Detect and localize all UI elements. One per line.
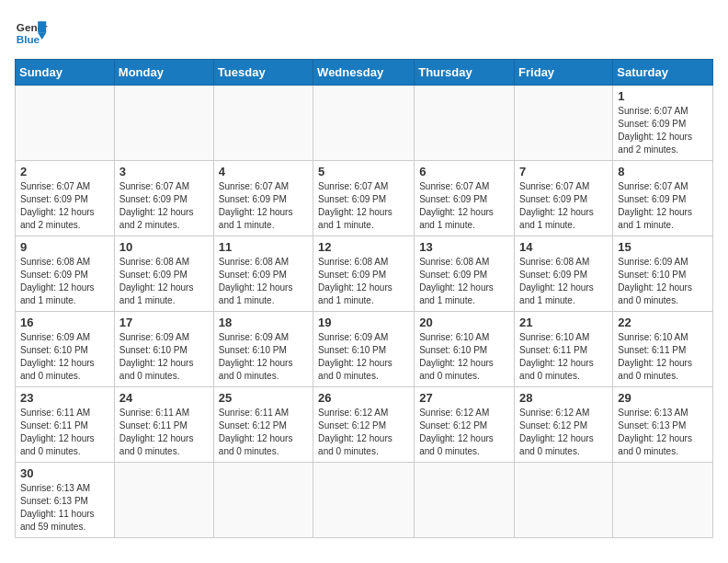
day-number: 19 (318, 316, 409, 329)
calendar-day-cell (515, 86, 613, 161)
day-number: 1 (618, 89, 708, 103)
day-number: 15 (618, 240, 708, 254)
calendar-day-cell: 1Sunrise: 6:07 AM Sunset: 6:09 PM Daylig… (613, 86, 713, 161)
day-info: Sunrise: 6:13 AM Sunset: 6:13 PM Dayligh… (20, 482, 109, 534)
day-info: Sunrise: 6:08 AM Sunset: 6:09 PM Dayligh… (20, 256, 109, 307)
calendar-week-row: 16Sunrise: 6:09 AM Sunset: 6:10 PM Dayli… (16, 312, 713, 387)
day-of-week-header: Thursday (415, 60, 515, 86)
calendar-day-cell: 18Sunrise: 6:09 AM Sunset: 6:10 PM Dayli… (213, 312, 313, 387)
calendar-day-cell: 4Sunrise: 6:07 AM Sunset: 6:09 PM Daylig… (213, 161, 313, 236)
svg-text:Blue: Blue (17, 33, 40, 45)
calendar-day-cell: 20Sunrise: 6:10 AM Sunset: 6:10 PM Dayli… (415, 312, 515, 387)
calendar-day-cell: 23Sunrise: 6:11 AM Sunset: 6:11 PM Dayli… (16, 387, 115, 463)
day-number: 25 (219, 391, 308, 405)
day-number: 5 (318, 165, 409, 178)
calendar-day-cell (515, 463, 613, 538)
calendar-day-cell (613, 463, 713, 538)
calendar-day-cell (16, 86, 115, 161)
calendar-day-cell (313, 463, 415, 538)
day-info: Sunrise: 6:09 AM Sunset: 6:10 PM Dayligh… (119, 331, 209, 383)
day-info: Sunrise: 6:09 AM Sunset: 6:10 PM Dayligh… (618, 256, 708, 307)
day-number: 28 (519, 391, 608, 405)
day-of-week-header: Friday (515, 60, 613, 86)
logo-icon: General Blue (15, 15, 48, 48)
day-number: 21 (519, 316, 608, 329)
day-number: 18 (219, 316, 308, 329)
day-info: Sunrise: 6:08 AM Sunset: 6:09 PM Dayligh… (219, 256, 308, 307)
day-info: Sunrise: 6:08 AM Sunset: 6:09 PM Dayligh… (119, 256, 209, 307)
day-number: 9 (20, 240, 109, 254)
day-info: Sunrise: 6:07 AM Sunset: 6:09 PM Dayligh… (618, 180, 708, 232)
day-number: 4 (219, 165, 308, 178)
day-number: 13 (419, 240, 509, 254)
calendar-day-cell (114, 86, 213, 161)
day-number: 30 (20, 466, 109, 480)
calendar-day-cell: 8Sunrise: 6:07 AM Sunset: 6:09 PM Daylig… (613, 161, 713, 236)
calendar-day-cell: 13Sunrise: 6:08 AM Sunset: 6:09 PM Dayli… (415, 236, 515, 312)
calendar-week-row: 9Sunrise: 6:08 AM Sunset: 6:09 PM Daylig… (16, 236, 713, 312)
day-info: Sunrise: 6:07 AM Sunset: 6:09 PM Dayligh… (318, 180, 409, 232)
calendar-day-cell: 11Sunrise: 6:08 AM Sunset: 6:09 PM Dayli… (213, 236, 313, 312)
day-info: Sunrise: 6:12 AM Sunset: 6:12 PM Dayligh… (519, 407, 608, 458)
day-info: Sunrise: 6:10 AM Sunset: 6:11 PM Dayligh… (618, 331, 708, 383)
calendar-header-row: SundayMondayTuesdayWednesdayThursdayFrid… (16, 60, 713, 86)
calendar-day-cell (213, 463, 313, 538)
calendar-day-cell: 29Sunrise: 6:13 AM Sunset: 6:13 PM Dayli… (613, 387, 713, 463)
calendar-day-cell (415, 86, 515, 161)
day-info: Sunrise: 6:07 AM Sunset: 6:09 PM Dayligh… (419, 180, 509, 232)
calendar-day-cell: 22Sunrise: 6:10 AM Sunset: 6:11 PM Dayli… (613, 312, 713, 387)
day-info: Sunrise: 6:08 AM Sunset: 6:09 PM Dayligh… (318, 256, 409, 307)
calendar-day-cell: 15Sunrise: 6:09 AM Sunset: 6:10 PM Dayli… (613, 236, 713, 312)
day-number: 24 (119, 391, 209, 405)
day-number: 2 (20, 165, 109, 178)
day-info: Sunrise: 6:07 AM Sunset: 6:09 PM Dayligh… (119, 180, 209, 232)
day-number: 29 (618, 391, 708, 405)
day-number: 16 (20, 316, 109, 329)
day-info: Sunrise: 6:11 AM Sunset: 6:12 PM Dayligh… (219, 407, 308, 458)
calendar-week-row: 30Sunrise: 6:13 AM Sunset: 6:13 PM Dayli… (16, 463, 713, 538)
calendar-day-cell: 14Sunrise: 6:08 AM Sunset: 6:09 PM Dayli… (515, 236, 613, 312)
calendar-day-cell (313, 86, 415, 161)
calendar-day-cell: 19Sunrise: 6:09 AM Sunset: 6:10 PM Dayli… (313, 312, 415, 387)
day-info: Sunrise: 6:08 AM Sunset: 6:09 PM Dayligh… (519, 256, 608, 307)
calendar-day-cell: 3Sunrise: 6:07 AM Sunset: 6:09 PM Daylig… (114, 161, 213, 236)
day-number: 3 (119, 165, 209, 178)
calendar-table: SundayMondayTuesdayWednesdayThursdayFrid… (15, 59, 713, 538)
day-number: 23 (20, 391, 109, 405)
day-number: 6 (419, 165, 509, 178)
day-of-week-header: Wednesday (313, 60, 415, 86)
day-info: Sunrise: 6:07 AM Sunset: 6:09 PM Dayligh… (20, 180, 109, 232)
calendar-day-cell: 10Sunrise: 6:08 AM Sunset: 6:09 PM Dayli… (114, 236, 213, 312)
day-number: 11 (219, 240, 308, 254)
day-info: Sunrise: 6:11 AM Sunset: 6:11 PM Dayligh… (20, 407, 109, 458)
calendar-day-cell: 24Sunrise: 6:11 AM Sunset: 6:11 PM Dayli… (114, 387, 213, 463)
day-of-week-header: Monday (114, 60, 213, 86)
calendar-day-cell: 2Sunrise: 6:07 AM Sunset: 6:09 PM Daylig… (16, 161, 115, 236)
day-of-week-header: Sunday (16, 60, 115, 86)
day-info: Sunrise: 6:08 AM Sunset: 6:09 PM Dayligh… (419, 256, 509, 307)
calendar-day-cell: 16Sunrise: 6:09 AM Sunset: 6:10 PM Dayli… (16, 312, 115, 387)
calendar-day-cell: 27Sunrise: 6:12 AM Sunset: 6:12 PM Dayli… (415, 387, 515, 463)
day-number: 22 (618, 316, 708, 329)
calendar-week-row: 23Sunrise: 6:11 AM Sunset: 6:11 PM Dayli… (16, 387, 713, 463)
calendar-day-cell: 17Sunrise: 6:09 AM Sunset: 6:10 PM Dayli… (114, 312, 213, 387)
calendar-day-cell: 21Sunrise: 6:10 AM Sunset: 6:11 PM Dayli… (515, 312, 613, 387)
day-number: 10 (119, 240, 209, 254)
day-info: Sunrise: 6:07 AM Sunset: 6:09 PM Dayligh… (219, 180, 308, 232)
day-info: Sunrise: 6:10 AM Sunset: 6:11 PM Dayligh… (519, 331, 608, 383)
day-number: 26 (318, 391, 409, 405)
day-number: 12 (318, 240, 409, 254)
day-of-week-header: Saturday (613, 60, 713, 86)
calendar-week-row: 2Sunrise: 6:07 AM Sunset: 6:09 PM Daylig… (16, 161, 713, 236)
calendar-week-row: 1Sunrise: 6:07 AM Sunset: 6:09 PM Daylig… (16, 86, 713, 161)
day-info: Sunrise: 6:10 AM Sunset: 6:10 PM Dayligh… (419, 331, 509, 383)
day-info: Sunrise: 6:09 AM Sunset: 6:10 PM Dayligh… (20, 331, 109, 383)
logo: General Blue (15, 15, 48, 48)
calendar-day-cell (213, 86, 313, 161)
day-number: 14 (519, 240, 608, 254)
svg-marker-2 (38, 21, 46, 33)
day-number: 7 (519, 165, 608, 178)
day-number: 20 (419, 316, 509, 329)
day-info: Sunrise: 6:07 AM Sunset: 6:09 PM Dayligh… (618, 105, 708, 156)
calendar-day-cell: 7Sunrise: 6:07 AM Sunset: 6:09 PM Daylig… (515, 161, 613, 236)
